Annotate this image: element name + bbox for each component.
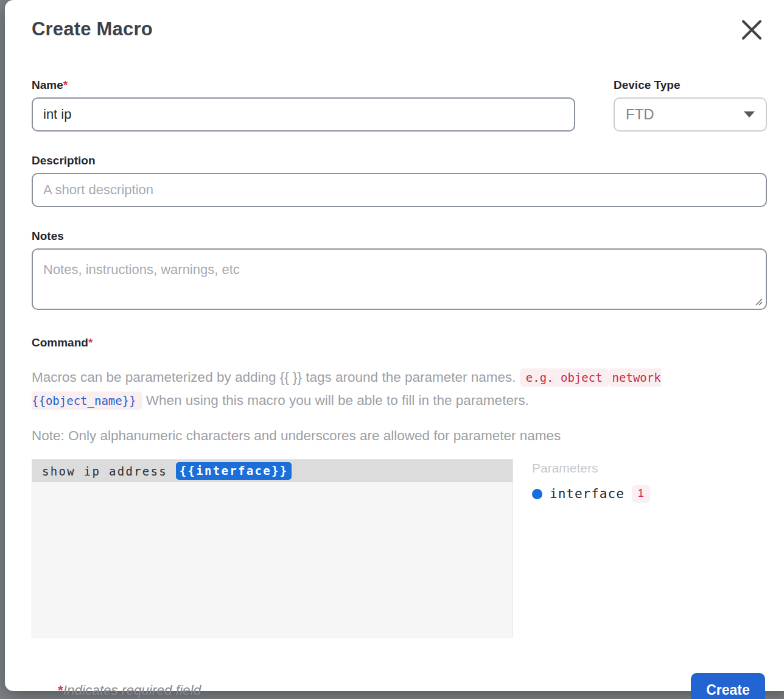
close-button[interactable] — [738, 16, 766, 46]
device-type-value: FTD — [626, 106, 654, 123]
command-label: Command* — [32, 336, 767, 350]
parameter-count-badge: 1 — [632, 485, 650, 503]
required-field-note: *Indicates required field — [58, 683, 201, 698]
name-input[interactable] — [32, 97, 575, 132]
command-editor[interactable]: show ip address {{interface}} — [32, 459, 513, 638]
description-input[interactable] — [32, 173, 767, 207]
notes-label: Notes — [32, 230, 767, 243]
parameter-dot-icon — [532, 489, 542, 499]
parameter-list-item: interface 1 — [532, 485, 650, 503]
parameter-token: {{interface}} — [176, 462, 292, 480]
close-icon — [739, 35, 765, 44]
required-asterisk: * — [63, 79, 68, 91]
required-asterisk: * — [88, 336, 93, 349]
command-editor-line: show ip address {{interface}} — [32, 460, 513, 482]
parameters-title: Parameters — [532, 461, 650, 476]
dialog-header: Create Macro — [32, 18, 767, 46]
command-note-text: Note: Only alphanumeric characters and u… — [32, 428, 767, 444]
parameter-name: interface — [550, 486, 625, 501]
example-code-snippet: e.g. object — [520, 368, 609, 387]
create-macro-dialog: Create Macro Name* Device Type FTD Descr… — [5, 0, 784, 691]
notes-textarea[interactable] — [32, 248, 767, 310]
chevron-down-icon — [744, 111, 755, 118]
required-asterisk: * — [58, 683, 63, 698]
dialog-title: Create Macro — [32, 18, 153, 40]
parameters-panel: Parameters interface 1 — [532, 459, 650, 638]
name-label: Name* — [32, 79, 575, 92]
device-type-label: Device Type — [614, 79, 767, 92]
device-type-select[interactable]: FTD — [614, 97, 767, 132]
command-help-text: Macros can be parameterized by adding {{… — [32, 366, 767, 412]
create-button[interactable]: Create — [691, 673, 765, 699]
description-label: Description — [32, 154, 767, 167]
